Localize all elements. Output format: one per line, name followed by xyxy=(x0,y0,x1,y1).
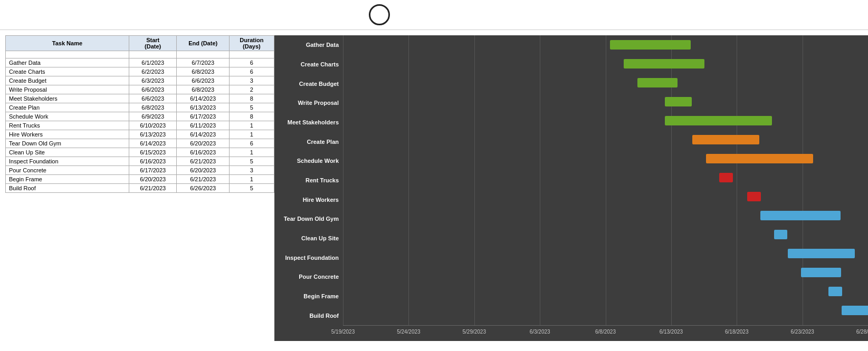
gantt-bar xyxy=(665,97,692,106)
col-end: End (Date) xyxy=(177,36,229,51)
page-header xyxy=(0,0,868,30)
gantt-bar xyxy=(788,249,855,258)
xaxis-label: 6/18/2023 xyxy=(725,329,749,335)
gantt-bar-row xyxy=(343,92,868,111)
gantt-bar xyxy=(637,78,678,87)
xaxis-label: 6/28/2023 xyxy=(856,329,868,335)
gantt-bar-row xyxy=(343,73,868,92)
col-task-name: Task Name xyxy=(6,36,129,51)
logo xyxy=(369,4,394,25)
gantt-bar-row xyxy=(343,54,868,73)
gantt-row-label: Schedule Work xyxy=(274,151,343,170)
table-row: Clean Up Site6/15/20236/16/20231 xyxy=(6,148,274,157)
gantt-bar xyxy=(747,192,760,201)
gantt-labels: Gather DataCreate ChartsCreate BudgetWri… xyxy=(274,35,343,325)
xaxis-label: 6/13/2023 xyxy=(660,329,683,335)
table-row: Meet Stakeholders6/6/20236/14/20238 xyxy=(6,94,274,103)
gantt-bar xyxy=(719,173,732,182)
gantt-chart-section: Gather DataCreate ChartsCreate BudgetWri… xyxy=(274,35,868,341)
gantt-bar-row xyxy=(343,168,868,187)
gantt-bar xyxy=(774,230,787,239)
gantt-bar xyxy=(665,116,772,125)
gantt-bar xyxy=(842,306,868,315)
table-row: Create Charts6/2/20236/8/20236 xyxy=(6,67,274,76)
table-row: Write Proposal6/6/20236/8/20232 xyxy=(6,85,274,94)
gantt-bar xyxy=(692,135,759,144)
gantt-row-label: Hire Workers xyxy=(274,190,343,209)
table-row: Schedule Work6/9/20236/17/20238 xyxy=(6,112,274,121)
gantt-bar xyxy=(610,40,690,50)
xaxis-label: 5/24/2023 xyxy=(397,329,421,335)
gantt-row-label: Create Charts xyxy=(274,55,343,74)
xaxis-label: 5/29/2023 xyxy=(463,329,487,335)
col-duration: Duration(Days) xyxy=(229,36,274,51)
table-row: Rent Trucks6/10/20236/11/20231 xyxy=(6,121,274,130)
gantt-row-label: Rent Trucks xyxy=(274,171,343,190)
gantt-row-label: Meet Stakeholders xyxy=(274,113,343,132)
xaxis-label: 6/23/2023 xyxy=(790,329,814,335)
gantt-bar-row xyxy=(343,35,868,54)
logo-icon xyxy=(369,4,390,25)
table-row: Create Budget6/3/20236/6/20233 xyxy=(6,76,274,85)
gantt-row-label: Create Budget xyxy=(274,74,343,93)
gantt-bar xyxy=(760,211,841,220)
gantt-row-label: Tear Down Old Gym xyxy=(274,209,343,228)
gantt-bar-row xyxy=(343,206,868,225)
empty-row xyxy=(6,51,274,58)
chart-inner: Gather DataCreate ChartsCreate BudgetWri… xyxy=(274,35,868,341)
gantt-bar-row xyxy=(343,263,868,282)
table-row: Gather Data6/1/20236/7/20236 xyxy=(6,58,274,67)
gantt-row-label: Build Roof xyxy=(274,306,343,325)
table-row: Begin Frame6/20/20236/21/20231 xyxy=(6,175,274,184)
table-row: Hire Workers6/13/20236/14/20231 xyxy=(6,130,274,139)
table-header-row: Task Name Start(Date) End (Date) Duratio… xyxy=(6,36,274,51)
gantt-bar xyxy=(801,268,841,277)
gantt-row-label: Clean Up Site xyxy=(274,229,343,248)
gantt-bar-row xyxy=(343,111,868,130)
gantt-bar-row xyxy=(343,130,868,149)
gantt-row-label: Gather Data xyxy=(274,35,343,54)
xaxis-label: 5/19/2023 xyxy=(331,329,355,335)
gantt-xaxis: 5/19/20235/24/20235/29/20236/3/20236/8/2… xyxy=(343,325,868,341)
table-row: Create Plan6/8/20236/13/20235 xyxy=(6,103,274,112)
xaxis-label: 6/3/2023 xyxy=(530,329,550,335)
gantt-bar-row xyxy=(343,244,868,263)
gantt-bar xyxy=(624,59,704,69)
gantt-row-label: Pour Concrete xyxy=(274,267,343,286)
table-row: Inspect Foundation6/16/20236/21/20235 xyxy=(6,157,274,166)
gantt-bars-container xyxy=(343,35,868,325)
gantt-row-label: Begin Frame xyxy=(274,287,343,306)
gantt-bar-row xyxy=(343,282,868,301)
task-table: Task Name Start(Date) End (Date) Duratio… xyxy=(5,35,274,193)
table-row: Tear Down Old Gym6/14/20236/20/20236 xyxy=(6,139,274,148)
table-row: Build Roof6/21/20236/26/20235 xyxy=(6,184,274,193)
main-content: Task Name Start(Date) End (Date) Duratio… xyxy=(0,30,868,341)
gantt-bar xyxy=(706,154,813,163)
col-start: Start(Date) xyxy=(129,36,177,51)
task-table-section: Task Name Start(Date) End (Date) Duratio… xyxy=(5,35,274,341)
gantt-bar-row xyxy=(343,225,868,244)
table-row: Pour Concrete6/17/20236/20/20233 xyxy=(6,166,274,175)
gantt-bar xyxy=(828,287,842,296)
gantt-bar-row xyxy=(343,149,868,168)
gantt-bar-row xyxy=(343,187,868,206)
gantt-bar-row xyxy=(343,301,868,320)
xaxis-label: 6/8/2023 xyxy=(595,329,616,335)
gantt-row-label: Write Proposal xyxy=(274,93,343,112)
gantt-row-label: Inspect Foundation xyxy=(274,248,343,267)
gantt-row-label: Create Plan xyxy=(274,132,343,151)
